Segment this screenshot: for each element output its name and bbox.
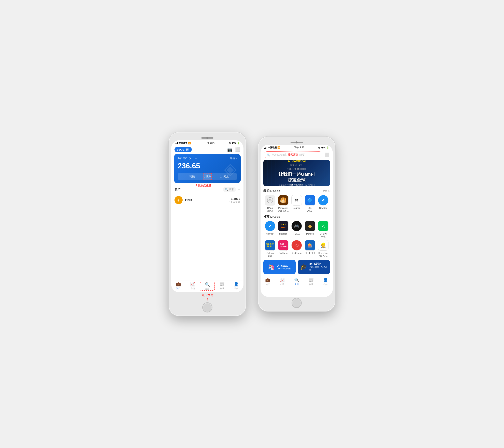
home-button-1[interactable] xyxy=(202,302,213,312)
phone-top-bar xyxy=(171,135,243,140)
tab-assets-label: 资产 xyxy=(176,287,180,290)
tab-bar-2: 💼 资产 📈 市场 🔍 发现 📰 资讯 👤 我的 xyxy=(261,276,333,287)
rec-felix[interactable]: 🎮 FELIX xyxy=(290,221,303,238)
search-bar[interactable]: 🔍 搜索 DApp或 搜索薄饼 玩耍 xyxy=(264,151,323,158)
rec-dfs-label: DFS大丰收 xyxy=(320,232,327,238)
wifi-icon-2: 📶 xyxy=(277,146,280,149)
signal-bars-1 xyxy=(175,142,178,144)
rec-justswap-icon: ⟲ xyxy=(291,240,302,251)
search-box[interactable]: 🔍 搜索 xyxy=(223,187,236,192)
scan-icon-2[interactable]: ⬜ xyxy=(324,152,329,157)
bnb-value: ≈ ¥ 236.65 xyxy=(229,200,240,203)
transfer-icon: ⇄ xyxy=(186,175,188,178)
add-asset-button[interactable]: + xyxy=(238,187,240,192)
rec-bluebet[interactable]: 🎰 BLUEBET xyxy=(304,240,317,257)
phone-screen-1: 中国联通 📶 下午 3:26 ◎ 46% 🔋 BSC-1 ▶ 📷 xyxy=(171,140,243,292)
location-icon-2: ◎ xyxy=(318,146,320,149)
bsc-badge[interactable]: BSC-1 ▶ xyxy=(175,147,192,152)
phone-screen-2: 中国联通 📶 下午 3:26 ◎ 46% 🔋 🔍 搜索 DApp或 搜索薄饼 玩… xyxy=(261,145,333,297)
dapp-pancake-icon: 🥞 xyxy=(278,195,288,206)
rec-felix-icon: 🎮 xyxy=(291,221,302,231)
camera-icon[interactable]: 📷 xyxy=(227,147,232,152)
tab-news[interactable]: 📰 资讯 xyxy=(215,282,229,291)
rec-defibox[interactable]: ◆ Defibox xyxy=(304,221,317,238)
tab2-discover[interactable]: 🔍 发现 xyxy=(289,278,304,286)
dapp-pancakeswap[interactable]: 🥞 PancakeSwap（薄… xyxy=(277,195,290,213)
defi-sub: 汇聚全网最火DeFi教程 xyxy=(309,266,327,272)
receive-button[interactable]: ↓ 收款 xyxy=(203,173,212,180)
dapp-browser-label: DApp浏览器 xyxy=(267,207,273,213)
battery-2: 46% xyxy=(321,146,325,149)
phone-1: 中国联通 📶 下午 3:26 ◎ 46% 🔋 BSC-1 ▶ 📷 xyxy=(169,132,246,316)
rec-goldenbull[interactable]: GOLDENBULL GoldenBull xyxy=(264,240,277,257)
carrier-1: 中国联通 xyxy=(179,142,187,145)
dapp-newdex-icon: ✔ xyxy=(318,195,328,206)
dapp-browser[interactable]: DApp浏览器 xyxy=(264,195,277,213)
tab2-news[interactable]: 📰 资讯 xyxy=(304,278,318,286)
rec-dmdfinance[interactable]: 👷 Dmd.Finance(钻… xyxy=(317,240,330,257)
rec-dmd-icon: 👷 xyxy=(318,240,328,251)
dapp-bounce-icon: ≋ xyxy=(291,195,302,206)
time-2: 下午 3:26 xyxy=(294,146,304,149)
camera-lens xyxy=(206,137,208,139)
discover-banner[interactable]: ◈ LootGlobal 游戏 NFT DeFi 2020-9-21 04:00… xyxy=(263,160,330,186)
home-button-2[interactable] xyxy=(291,298,302,308)
rec-biggame-label: BigGame xyxy=(279,251,288,254)
screen-content-1: 中国联通 📶 下午 3:26 ◎ 46% 🔋 BSC-1 ▶ 📷 xyxy=(171,140,243,292)
tab-discover[interactable]: 🔍 发现 xyxy=(200,282,215,291)
tab-mine[interactable]: 👤 我的 xyxy=(229,282,243,291)
search-icon-small: 🔍 xyxy=(225,188,228,191)
rec-bethash-label: Bethash xyxy=(279,232,287,235)
defi-text: DeFi课堂 汇聚全网最火DeFi教程 xyxy=(309,262,327,272)
transfer-label: 转账 xyxy=(190,175,195,178)
rec-defibox-label: Defibox xyxy=(306,232,314,235)
status-bar-2: 中国联通 📶 下午 3:26 ◎ 46% 🔋 xyxy=(261,145,333,150)
banner-content: ◈ LootGlobal 游戏 NFT DeFi 2020-9-21 04:00… xyxy=(279,160,315,186)
bnb-amounts: 1.4963 ≈ ¥ 236.65 xyxy=(229,197,240,203)
rec-justswap[interactable]: ⟲ JustSwap xyxy=(290,240,303,257)
tab2-assets[interactable]: 💼 资产 xyxy=(261,278,275,286)
my-dapps-header: 我的 DApps 更多 > xyxy=(263,189,330,193)
status-left-1: 中国联通 📶 xyxy=(175,142,191,145)
status-right-2: ◎ 46% 🔋 xyxy=(318,146,329,149)
uniswap-sub: DeFi牛市发动机 xyxy=(277,267,291,270)
status-left-2: 中国联通 📶 xyxy=(264,146,280,149)
dapp-newdex[interactable]: ✔ Newdex xyxy=(317,195,330,213)
coin-item-bnb[interactable]: BNB 1.4963 ≈ ¥ 236.65 xyxy=(171,194,243,207)
defi-banner[interactable]: 🎓 DeFi课堂 汇聚全网最火DeFi教程 xyxy=(298,260,330,274)
asset-card: 我的资产（¥） 👁 详情 > 236.65 ◈ ⇄ 转账 ↓ xyxy=(174,154,241,183)
dapp-bscswap[interactable]: 🔷 BSCSWAP xyxy=(304,195,317,213)
rec-justswap-label: JustSwap xyxy=(292,251,302,254)
bnb-logo xyxy=(176,197,181,203)
rec-dapps-header: 推荐 DApps xyxy=(263,215,330,219)
tab-market[interactable]: 📈 市场 xyxy=(185,282,200,291)
battery-icon-2: 🔋 xyxy=(326,146,329,149)
tab-assets[interactable]: 💼 资产 xyxy=(171,282,185,291)
dapp-browser-icon xyxy=(265,195,275,206)
rec-bluebet-icon: 🎰 xyxy=(305,240,315,251)
my-dapps-title: 我的 DApps xyxy=(263,189,280,193)
dapp-bounce[interactable]: ≋ Bounce xyxy=(290,195,303,213)
banner-sub-text: 添加薄餅代理商，加入我们！ tw:671311 xyxy=(279,184,315,186)
assets-section-header: 资产 🔍 搜索 + xyxy=(171,186,243,194)
transfer-button[interactable]: ⇄ 转账 xyxy=(178,173,203,180)
rec-biggame[interactable]: BiGGAME BigGame xyxy=(277,240,290,257)
eye-icon[interactable]: 👁 xyxy=(195,157,198,160)
rec-newdex[interactable]: ✔ Newdex xyxy=(264,221,277,238)
carrier-2: 中国联通 xyxy=(268,146,277,149)
tab2-mine[interactable]: 👤 我的 xyxy=(318,278,333,286)
search-highlight-text: 搜索薄饼 xyxy=(288,153,298,157)
promo-banners: 🦄 Uniswap DeFi牛市发动机 🎓 DeFi课堂 汇聚全网最火DeFi教… xyxy=(261,260,333,274)
tab2-assets-label: 资产 xyxy=(266,283,270,286)
search-magnifier-icon: 🔍 xyxy=(267,153,270,156)
my-dapps-grid: DApp浏览器 🥞 PancakeSwap（薄… ≋ Bo xyxy=(263,195,330,213)
tab2-mine-label: 我的 xyxy=(324,283,327,286)
rec-bethash-icon: Bet#FREE xyxy=(278,221,288,231)
rec-bethash[interactable]: Bet#FREE Bethash xyxy=(277,221,290,238)
my-dapps-more[interactable]: 更多 > xyxy=(323,189,330,193)
rec-dfs[interactable]: △ DFS大丰收 xyxy=(317,221,330,238)
tab2-market[interactable]: 📈 市场 xyxy=(275,278,289,286)
rec-goldenbull-icon: GOLDENBULL xyxy=(265,240,275,251)
scan-icon[interactable]: ⬜ xyxy=(235,147,240,152)
uniswap-banner[interactable]: 🦄 Uniswap DeFi牛市发动机 xyxy=(263,260,296,274)
